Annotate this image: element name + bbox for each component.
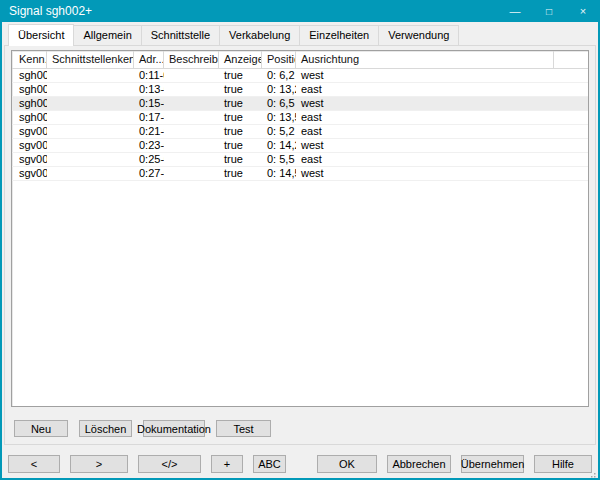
cell-schnittstellenkennung xyxy=(47,125,134,138)
table-row[interactable]: sgh001- 0:13-0 true 0: 13,2 east xyxy=(12,83,588,97)
cell-beschreibung xyxy=(164,125,219,138)
cell-ausrichtung: east xyxy=(296,83,554,96)
table-row[interactable]: sgh001+ 0:11-0 true 0: 6,2 west xyxy=(12,69,588,83)
cell-beschreibung xyxy=(164,69,219,82)
cell-kennung: sgh001+ xyxy=(12,69,47,82)
cell-anzeigen: true xyxy=(219,139,262,152)
cell-schnittstellenkennung xyxy=(47,97,134,110)
column-header-anzeigen[interactable]: Anzeigen xyxy=(219,51,262,68)
maximize-button[interactable]: □ xyxy=(532,0,566,22)
cell-anzeigen: true xyxy=(219,125,262,138)
titlebar[interactable]: Signal sgh002+ — □ × xyxy=(0,0,600,22)
column-header-ausrichtung[interactable]: Ausrichtung xyxy=(296,51,554,68)
cell-ausrichtung: west xyxy=(296,139,554,152)
table-header: Kenn... Schnittstellenkennung Adr... Bes… xyxy=(12,51,588,69)
cell-filler xyxy=(554,167,588,180)
cell-filler xyxy=(554,139,588,152)
cell-position: 0: 14,2 xyxy=(262,139,296,152)
next-button[interactable]: > xyxy=(70,455,128,473)
cell-schnittstellenkennung xyxy=(47,153,134,166)
dialog-window: Signal sgh002+ — □ × Übersicht Allgemein… xyxy=(0,0,600,480)
close-button[interactable]: × xyxy=(566,0,600,22)
tab-verwendung[interactable]: Verwendung xyxy=(378,25,459,46)
cell-adresse: 0:15-0 xyxy=(134,97,164,110)
cancel-button[interactable]: Abbrechen xyxy=(387,455,451,473)
signal-table: Kenn... Schnittstellenkennung Adr... Bes… xyxy=(11,50,589,407)
cell-filler xyxy=(554,111,588,124)
cell-anzeigen: true xyxy=(219,111,262,124)
cell-anzeigen: true xyxy=(219,167,262,180)
cell-adresse: 0:23-0 xyxy=(134,139,164,152)
column-header-adresse[interactable]: Adr... xyxy=(134,51,164,68)
cell-schnittstellenkennung xyxy=(47,167,134,180)
help-button[interactable]: Hilfe xyxy=(534,455,592,473)
table-row-selected[interactable]: sgh002+ 0:15-0 true 0: 6,5 west xyxy=(12,97,588,111)
window-title: Signal sgh002+ xyxy=(0,4,498,18)
plus-button[interactable]: + xyxy=(211,455,243,473)
cell-ausrichtung: east xyxy=(296,125,554,138)
column-header-beschreibung[interactable]: Beschreibung xyxy=(164,51,219,68)
tab-allgemein[interactable]: Allgemein xyxy=(73,25,141,46)
tab-einzelheiten[interactable]: Einzelheiten xyxy=(299,25,379,46)
page-button-row: Neu Löschen Dokumentation Test xyxy=(14,420,271,437)
minimize-icon: — xyxy=(510,5,521,17)
cell-beschreibung xyxy=(164,83,219,96)
cell-schnittstellenkennung xyxy=(47,83,134,96)
delete-button[interactable]: Löschen xyxy=(79,420,132,437)
cell-schnittstellenkennung xyxy=(47,69,134,82)
table-row[interactable]: sgv001- 0:23-0 true 0: 14,2 west xyxy=(12,139,588,153)
table-row[interactable]: sgv001+ 0:21-0 true 0: 5,2 east xyxy=(12,125,588,139)
cell-adresse: 0:17-0 xyxy=(134,111,164,124)
apply-button[interactable]: Übernehmen xyxy=(461,455,524,473)
cell-anzeigen: true xyxy=(219,83,262,96)
code-button[interactable]: </> xyxy=(138,455,201,473)
test-button[interactable]: Test xyxy=(216,420,271,437)
resize-grip-icon[interactable] xyxy=(587,467,596,476)
prev-button[interactable]: < xyxy=(8,455,60,473)
cell-kennung: sgv001- xyxy=(12,139,47,152)
minimize-button[interactable]: — xyxy=(498,0,532,22)
cell-filler xyxy=(554,69,588,82)
table-row[interactable]: sgh002- 0:17-0 true 0: 13,5 east xyxy=(12,111,588,125)
column-header-kennung[interactable]: Kenn... xyxy=(12,51,47,68)
cell-beschreibung xyxy=(164,167,219,180)
column-header-position[interactable]: Position xyxy=(262,51,296,68)
cell-ausrichtung: east xyxy=(296,111,554,124)
cell-filler xyxy=(554,153,588,166)
table-row[interactable]: sgv002+ 0:25-0 true 0: 5,5 east xyxy=(12,153,588,167)
tab-bar: Übersicht Allgemein Schnittstelle Verkab… xyxy=(8,24,458,46)
cell-ausrichtung: west xyxy=(296,167,554,180)
column-header-schnittstellenkennung[interactable]: Schnittstellenkennung xyxy=(47,51,134,68)
cell-kennung: sgh002- xyxy=(12,111,47,124)
cell-anzeigen: true xyxy=(219,69,262,82)
cell-position: 0: 6,2 xyxy=(262,69,296,82)
column-header-filler xyxy=(554,51,588,68)
cell-adresse: 0:21-0 xyxy=(134,125,164,138)
new-button[interactable]: Neu xyxy=(14,420,68,437)
cell-schnittstellenkennung xyxy=(47,111,134,124)
cell-ausrichtung: west xyxy=(296,97,554,110)
tab-verkabelung[interactable]: Verkabelung xyxy=(219,25,300,46)
bottom-button-bar: < > </> + ABC OK Abbrechen Übernehmen Hi… xyxy=(8,455,592,473)
maximize-icon: □ xyxy=(546,6,552,17)
ok-button[interactable]: OK xyxy=(317,455,377,473)
cell-filler xyxy=(554,97,588,110)
cell-kennung: sgh002+ xyxy=(12,97,47,110)
cell-position: 0: 6,5 xyxy=(262,97,296,110)
tab-schnittstelle[interactable]: Schnittstelle xyxy=(141,25,220,46)
close-icon: × xyxy=(580,5,586,17)
tab-uebersicht[interactable]: Übersicht xyxy=(8,24,74,46)
cell-position: 0: 5,5 xyxy=(262,153,296,166)
cell-anzeigen: true xyxy=(219,153,262,166)
cell-beschreibung xyxy=(164,97,219,110)
cell-kennung: sgv002- xyxy=(12,167,47,180)
cell-beschreibung xyxy=(164,153,219,166)
cell-kennung: sgv001+ xyxy=(12,125,47,138)
cell-anzeigen: true xyxy=(219,97,262,110)
documentation-button[interactable]: Dokumentation xyxy=(143,420,205,437)
cell-adresse: 0:25-0 xyxy=(134,153,164,166)
abc-button[interactable]: ABC xyxy=(253,455,286,473)
cell-ausrichtung: east xyxy=(296,153,554,166)
table-row[interactable]: sgv002- 0:27-0 true 0: 14,5 west xyxy=(12,167,588,181)
cell-adresse: 0:11-0 xyxy=(134,69,164,82)
